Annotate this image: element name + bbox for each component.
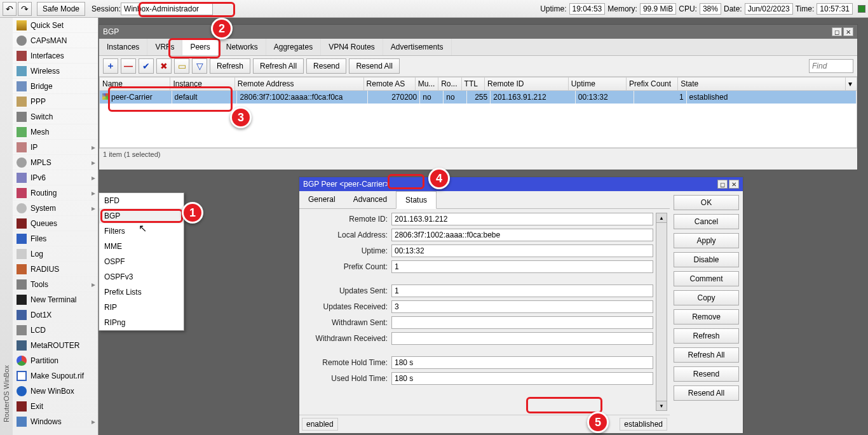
- submenu-item-mme[interactable]: MME: [99, 239, 184, 254]
- column-header[interactable]: Instance: [170, 77, 234, 91]
- sidebar-item-radius[interactable]: RADIUS: [13, 262, 98, 277]
- sidebar-item-metarouter[interactable]: MetaROUTER: [13, 338, 98, 353]
- redo-button[interactable]: ↷: [18, 2, 32, 16]
- refresh-all-button[interactable]: Refresh All: [674, 347, 739, 363]
- column-header[interactable]: Mu...: [415, 77, 438, 91]
- tab-advertisements[interactable]: Advertisements: [383, 39, 452, 55]
- column-header[interactable]: Ro...: [438, 77, 461, 91]
- tab-instances[interactable]: Instances: [99, 39, 147, 55]
- enable-button[interactable]: ✔: [139, 58, 154, 74]
- sidebar-item-quick-set[interactable]: Quick Set: [13, 18, 98, 33]
- find-input[interactable]: [809, 59, 853, 73]
- field-input-withdrawnreceived[interactable]: [391, 332, 653, 345]
- cancel-button[interactable]: Cancel: [674, 214, 739, 229]
- column-header[interactable]: Remote AS: [363, 77, 415, 91]
- resend-all-button[interactable]: Resend All: [674, 385, 739, 401]
- tab-peers[interactable]: Peers: [182, 39, 218, 55]
- copy-button[interactable]: Copy: [674, 290, 739, 305]
- disable-button[interactable]: Disable: [674, 252, 739, 267]
- sidebar-item-exit[interactable]: Exit: [13, 399, 98, 414]
- scroll-up-icon[interactable]: ▲: [656, 213, 667, 223]
- submenu-item-ospf[interactable]: OSPF: [99, 254, 184, 269]
- field-input-prefixcount[interactable]: [391, 260, 653, 273]
- tab-networks[interactable]: Networks: [219, 39, 266, 55]
- sidebar-item-mesh[interactable]: Mesh: [13, 124, 98, 140]
- sidebar-item-partition[interactable]: Partition: [13, 353, 98, 368]
- sidebar-item-new-terminal[interactable]: New Terminal: [13, 292, 98, 307]
- remove-button[interactable]: Remove: [674, 309, 739, 325]
- column-header[interactable]: Name: [100, 77, 170, 91]
- scrollbar[interactable]: ▲ ▼: [656, 213, 667, 411]
- tab-vrfs[interactable]: VRFs: [147, 39, 182, 55]
- scroll-down-icon[interactable]: ▼: [656, 401, 667, 411]
- field-input-withdrawnsent[interactable]: [391, 316, 653, 329]
- session-input[interactable]: [121, 3, 213, 15]
- sidebar-item-ip[interactable]: IP▸: [13, 140, 98, 155]
- field-input-localaddress[interactable]: [391, 229, 653, 241]
- sidebar-item-switch[interactable]: Switch: [13, 109, 98, 124]
- tab-vpn4-routes[interactable]: VPN4 Routes: [321, 39, 383, 55]
- tab-status[interactable]: Status: [396, 191, 437, 209]
- refresh-button[interactable]: Refresh: [210, 58, 250, 74]
- sidebar-item-wireless[interactable]: Wireless: [13, 64, 98, 79]
- sidebar-item-bridge[interactable]: Bridge: [13, 79, 98, 94]
- sidebar-item-mpls[interactable]: MPLS▸: [13, 155, 98, 170]
- field-input-remoteid[interactable]: [391, 213, 653, 225]
- submenu-item-ripng[interactable]: RIPng: [99, 315, 184, 330]
- comment-button[interactable]: ▭: [174, 58, 189, 74]
- sidebar-item-ppp[interactable]: PPP: [13, 94, 98, 109]
- column-header[interactable]: Prefix Count: [627, 77, 678, 91]
- apply-button[interactable]: Apply: [674, 233, 739, 248]
- submenu-item-bgp[interactable]: BGP: [99, 208, 184, 224]
- filter-button[interactable]: ▽: [192, 58, 207, 74]
- table-row[interactable]: peer-Carrierdefault2806:3f7:1002:aaaa::f…: [100, 91, 857, 104]
- column-header[interactable]: State: [678, 77, 846, 91]
- tab-aggregates[interactable]: Aggregates: [266, 39, 321, 55]
- column-header[interactable]: Uptime: [568, 77, 626, 91]
- resend-all-button[interactable]: Resend All: [349, 58, 399, 74]
- sidebar-item-interfaces[interactable]: Interfaces: [13, 48, 98, 64]
- sidebar-item-windows[interactable]: Windows▸: [13, 414, 98, 429]
- refresh-button[interactable]: Refresh: [674, 328, 739, 344]
- submenu-item-prefix-lists[interactable]: Prefix Lists: [99, 284, 184, 300]
- column-header[interactable]: Remote ID: [485, 77, 569, 91]
- column-header[interactable]: TTL: [461, 77, 484, 91]
- field-input-uptime[interactable]: [391, 244, 653, 257]
- sidebar-item-tools[interactable]: Tools▸: [13, 277, 98, 292]
- sidebar-item-make-supout[interactable]: Make Supout.rif: [13, 368, 98, 384]
- close-icon[interactable]: ✕: [729, 180, 739, 189]
- field-input-usedholdtime[interactable]: [391, 372, 653, 385]
- sidebar-item-files[interactable]: Files: [13, 231, 98, 246]
- resend-button[interactable]: Resend: [674, 366, 739, 382]
- submenu-item-rip[interactable]: RIP: [99, 300, 184, 315]
- comment-button[interactable]: Comment: [674, 271, 739, 286]
- add-button[interactable]: ＋: [103, 58, 118, 74]
- undo-button[interactable]: ↶: [3, 2, 17, 16]
- sidebar-item-routing[interactable]: Routing▸: [13, 185, 98, 201]
- submenu-item-bfd[interactable]: BFD: [99, 193, 184, 208]
- resend-button[interactable]: Resend: [306, 58, 346, 74]
- sidebar-item-system[interactable]: System▸: [13, 201, 98, 216]
- sidebar-item-capsman[interactable]: CAPsMAN: [13, 33, 98, 48]
- minimize-icon[interactable]: ◻: [717, 180, 728, 189]
- ok-button[interactable]: OK: [674, 195, 739, 210]
- sidebar-item-queues[interactable]: Queues: [13, 216, 98, 231]
- field-input-updatessent[interactable]: [391, 284, 653, 297]
- column-header[interactable]: Remote Address: [234, 77, 363, 91]
- sidebar-item-lcd[interactable]: LCD: [13, 323, 98, 338]
- disable-button[interactable]: ✖: [156, 58, 172, 74]
- field-input-remoteholdtime[interactable]: [391, 356, 653, 369]
- sidebar-item-ipv6[interactable]: IPv6▸: [13, 170, 98, 185]
- columns-menu-icon[interactable]: ▾: [845, 77, 857, 91]
- submenu-item-ospfv3[interactable]: OSPFv3: [99, 269, 184, 284]
- tab-advanced[interactable]: Advanced: [344, 191, 396, 208]
- sidebar-item-log[interactable]: Log: [13, 246, 98, 262]
- close-icon[interactable]: ✕: [843, 27, 853, 36]
- sidebar-item-dot1x[interactable]: Dot1X: [13, 307, 98, 323]
- peer-window-titlebar[interactable]: BGP Peer <peer-Carrier> ◻ ✕: [299, 177, 743, 191]
- refresh-all-button[interactable]: Refresh All: [253, 58, 304, 74]
- field-input-updatesreceived[interactable]: [391, 300, 653, 313]
- tab-general[interactable]: General: [299, 191, 344, 208]
- safe-mode-button[interactable]: Safe Mode: [37, 2, 85, 16]
- minimize-icon[interactable]: ◻: [832, 27, 842, 36]
